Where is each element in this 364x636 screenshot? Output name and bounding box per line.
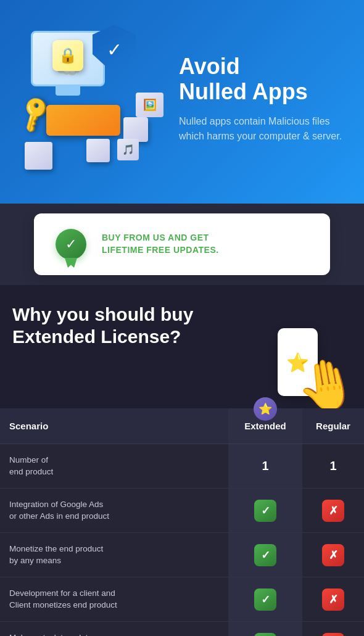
badge-ribbon — [65, 258, 77, 268]
scenario-cell: Monetize the end productby any means — [0, 535, 228, 576]
note-icon: 🎵 — [117, 139, 139, 160]
cross-icon: ✗ — [322, 500, 344, 522]
table-row: Make a stock templateas end product ✓ ✗ — [0, 622, 364, 636]
badge-circle: ✓ — [56, 229, 86, 260]
table-row: Number ofend product 1 1 — [0, 444, 364, 489]
regular-cell: ✗ — [302, 622, 364, 636]
table-row: Monetize the end productby any means ✓ ✗ — [0, 533, 364, 577]
scenario-cell: Make a stock templateas end product — [0, 624, 228, 636]
check-icon: ✓ — [254, 633, 276, 637]
regular-cell: ✗ — [302, 577, 364, 621]
lock-icon: 🔒 — [52, 40, 83, 71]
check-icon: ✓ — [254, 500, 276, 522]
scenario-text: Make a stock templateas end product — [9, 633, 93, 636]
banner-badge-icon: ✓ — [52, 226, 89, 263]
scenario-text: Number ofend product — [9, 455, 53, 476]
scenario-cell: Number ofend product — [0, 446, 228, 487]
cube2-icon — [25, 142, 52, 170]
banner-card: ✓ BUY FROM US AND GET LIFETIME FREE UPDA… — [34, 213, 330, 275]
cube3-icon — [86, 139, 110, 162]
table-header-row: Scenario ⭐ Extended Regular — [0, 408, 364, 444]
regular-value: 1 — [329, 459, 336, 473]
scenario-text: Integration of Google Adsor other Ads in… — [9, 500, 109, 521]
extended-cell: ✓ — [228, 533, 302, 577]
check-icon: ✓ — [254, 544, 276, 566]
top-illustration: ☁️ ✓ 🔒 🔑 🎵 🖼️ — [12, 19, 173, 179]
cube1-icon — [123, 117, 148, 142]
header-regular: Regular — [302, 408, 364, 444]
extended-value: 1 — [262, 459, 268, 473]
banner-text: BUY FROM US AND GET LIFETIME FREE UPDATE… — [102, 232, 219, 256]
header-extended: ⭐ Extended — [228, 408, 302, 444]
regular-cell: 1 — [302, 444, 364, 488]
extended-cell: ✓ — [228, 622, 302, 636]
main-description: Nulled apps contain Malicious files whic… — [179, 114, 352, 144]
scenario-text: Development for a client andClient monet… — [9, 589, 117, 609]
extended-cell: 1 — [228, 444, 302, 488]
regular-cell: ✗ — [302, 489, 364, 532]
scenario-cell: Development for a client andClient monet… — [0, 579, 228, 620]
top-section: ☁️ ✓ 🔒 🔑 🎵 🖼️ Avoid Nulled Apps Nulled a… — [0, 0, 364, 204]
comparison-table: Scenario ⭐ Extended Regular Number ofend… — [0, 408, 364, 636]
extended-cell: ✓ — [228, 489, 302, 532]
banner-section: ✓ BUY FROM US AND GET LIFETIME FREE UPDA… — [0, 204, 364, 285]
cross-icon: ✗ — [322, 589, 344, 611]
check-icon: ✓ — [254, 589, 276, 611]
why-section: Why you should buy Extended License? ⭐ 🤚 — [0, 285, 364, 408]
header-scenario: Scenario — [0, 408, 228, 444]
image-icon: 🖼️ — [136, 93, 163, 117]
keyboard-icon — [46, 105, 120, 136]
cross-icon: ✗ — [322, 544, 344, 566]
table-row: Integration of Google Adsor other Ads in… — [0, 489, 364, 533]
main-heading: Avoid Nulled Apps — [179, 54, 352, 105]
regular-cell: ✗ — [302, 533, 364, 577]
table-row: Development for a client andClient monet… — [0, 577, 364, 622]
top-text-block: Avoid Nulled Apps Nulled apps contain Ma… — [173, 54, 352, 144]
cross-icon: ✗ — [322, 633, 344, 637]
why-heading-block: Why you should buy Extended License? — [12, 304, 247, 348]
extended-cell: ✓ — [228, 577, 302, 621]
scenario-text: Monetize the end productby any means — [9, 544, 103, 565]
star-badge: ⭐ — [254, 397, 277, 421]
why-heading: Why you should buy Extended License? — [12, 304, 247, 348]
phone-illustration: ⭐ 🤚 — [247, 304, 352, 402]
scenario-cell: Integration of Google Adsor other Ads in… — [0, 490, 228, 531]
